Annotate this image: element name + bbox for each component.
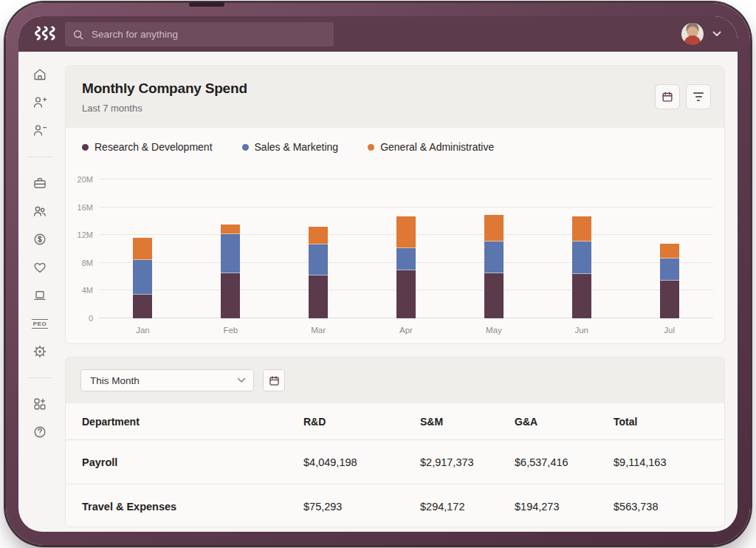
- table-header-row: DepartmentR&DS&MG&ATotal: [66, 403, 724, 440]
- bar-segment: [133, 295, 152, 318]
- table-header-cell: G&A: [515, 416, 614, 428]
- bar-segment: [309, 244, 328, 275]
- tablet-power-button: [189, 2, 224, 7]
- chart-x-tick-label: Feb: [187, 326, 275, 335]
- sidebar-item-add-person[interactable]: [18, 89, 61, 117]
- table-cell: $4,049,198: [303, 456, 420, 468]
- bar-stack: [221, 225, 240, 318]
- bar-segment: [221, 225, 240, 234]
- table-header-cell: S&M: [420, 416, 515, 428]
- topbar: [18, 16, 738, 52]
- chart-bar-column: [625, 179, 713, 318]
- user-avatar[interactable]: [681, 23, 704, 45]
- sidebar-item-money[interactable]: [18, 225, 61, 253]
- sidebar-item-help[interactable]: [18, 418, 61, 446]
- legend-item[interactable]: Research & Development: [82, 141, 213, 153]
- bar-segment: [133, 238, 152, 260]
- search-icon: [72, 29, 84, 41]
- table-calendar-button[interactable]: [263, 369, 285, 391]
- table-header-cell: R&D: [303, 416, 420, 428]
- legend-item[interactable]: Sales & Marketing: [242, 141, 339, 153]
- bar-segment: [660, 244, 679, 258]
- chart-bar-column: [275, 179, 362, 318]
- calendar-icon: [268, 374, 281, 387]
- sidebar-item-remove-person[interactable]: [18, 117, 61, 145]
- table-row-label: Travel & Expenses: [82, 501, 303, 513]
- legend-dot-icon: [242, 144, 249, 151]
- sidebar-item-benefits[interactable]: [18, 253, 61, 281]
- chart-y-tick-label: 20M: [78, 175, 93, 184]
- sidebar-item-apps[interactable]: [18, 390, 61, 418]
- calendar-button[interactable]: [655, 84, 680, 109]
- calendar-icon: [661, 90, 674, 103]
- spend-card: Monthly Company Spend Last 7 months Rese…: [65, 65, 725, 344]
- sidebar-item-team[interactable]: [18, 197, 61, 225]
- bar-segment: [660, 258, 679, 281]
- chart-x-tick-label: Mar: [275, 326, 362, 335]
- user-minus-icon: [32, 123, 47, 138]
- bar-stack: [484, 215, 504, 318]
- bar-segment: [309, 275, 328, 318]
- chart-bar-column: [537, 179, 625, 318]
- chart-plot: 04M8M12M16M20M: [99, 179, 713, 318]
- table-cell: $294,172: [420, 501, 515, 513]
- tablet-frame: PEO: [6, 3, 750, 545]
- sidebar-item-home[interactable]: [18, 61, 61, 89]
- page-title: Monthly Company Spend: [82, 81, 247, 97]
- bar-segment: [133, 260, 152, 295]
- bar-segment: [572, 242, 591, 274]
- help-circle-icon: [32, 425, 47, 439]
- sidebar-divider: [18, 366, 61, 390]
- chart-bar-column: [99, 179, 187, 318]
- legend-label: Sales & Marketing: [255, 141, 339, 153]
- chart-y-tick-label: 0: [89, 314, 93, 323]
- chart-columns: [99, 179, 713, 318]
- rippling-logo-icon[interactable]: [34, 24, 59, 44]
- table-header-cell: Department: [82, 416, 303, 428]
- dollar-circle-icon: [32, 232, 47, 247]
- chart-y-tick-label: 8M: [82, 258, 93, 267]
- sidebar-item-briefcase[interactable]: [18, 169, 61, 197]
- bar-segment: [484, 215, 504, 242]
- sidebar-item-devices[interactable]: [18, 281, 61, 309]
- heart-icon: [32, 260, 47, 275]
- bar-segment: [396, 216, 416, 248]
- sidebar: PEO: [18, 52, 61, 532]
- filter-icon: [693, 92, 704, 101]
- bar-segment: [396, 248, 416, 270]
- table-cell: $563,738: [614, 501, 724, 513]
- user-plus-icon: [32, 95, 47, 110]
- legend-dot-icon: [368, 144, 374, 151]
- bar-segment: [221, 234, 240, 273]
- user-menu-chevron-down-icon[interactable]: [712, 31, 721, 37]
- table-row: Travel & Expenses$75,293$294,172$194,273…: [66, 484, 724, 527]
- chart-x-axis: JanFebMarAprMayJunJul: [99, 326, 713, 335]
- search-box[interactable]: [65, 22, 334, 47]
- chart-bar-column: [362, 179, 450, 318]
- peo-icon: PEO: [32, 319, 49, 329]
- legend-item[interactable]: General & Administrative: [368, 141, 494, 153]
- table-cell: $6,537,416: [515, 456, 614, 468]
- bar-segment: [396, 270, 416, 318]
- apps-plus-icon: [32, 397, 47, 411]
- filter-button[interactable]: [686, 84, 711, 109]
- bar-stack: [133, 238, 152, 318]
- home-icon: [32, 67, 47, 82]
- chart-y-tick-label: 16M: [78, 203, 93, 212]
- bar-segment: [572, 274, 591, 318]
- bar-segment: [309, 227, 328, 244]
- chart-legend: Research & DevelopmentSales & MarketingG…: [82, 141, 494, 153]
- chart-bar-column: [187, 179, 275, 318]
- table-header-cell: Total: [614, 416, 724, 428]
- search-input[interactable]: [90, 28, 326, 41]
- sidebar-item-settings[interactable]: [18, 338, 61, 366]
- filter-bar: This Month: [66, 357, 724, 403]
- table-cell: $2,917,373: [420, 456, 515, 468]
- sidebar-item-peo[interactable]: PEO: [18, 309, 61, 338]
- legend-label: General & Administrative: [380, 141, 494, 153]
- gear-icon: [32, 344, 47, 359]
- chevron-down-icon: [237, 377, 246, 383]
- month-select[interactable]: This Month: [80, 369, 254, 391]
- bar-segment: [221, 273, 240, 318]
- bar-stack: [309, 227, 328, 318]
